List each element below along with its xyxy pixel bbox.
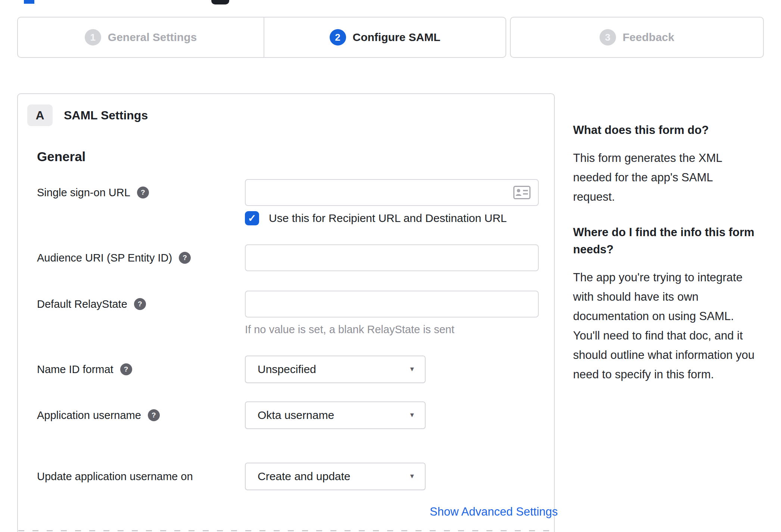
- relay-state-input[interactable]: [245, 291, 539, 317]
- help-heading-where: Where do I find the info this form needs…: [573, 224, 757, 258]
- step-2-number-badge: 2: [330, 29, 346, 46]
- show-advanced-settings-link[interactable]: Show Advanced Settings: [430, 505, 558, 518]
- audience-uri-label: Audience URI (SP Entity ID): [37, 252, 172, 264]
- chevron-down-icon: ▼: [409, 411, 415, 419]
- relay-state-control: If no value is set, a blank RelayState i…: [245, 291, 539, 336]
- help-heading-what: What does this form do?: [573, 122, 757, 139]
- relay-state-help-icon[interactable]: ?: [134, 298, 146, 310]
- advanced-settings-row: Show Advanced Settings: [264, 505, 558, 519]
- audience-uri-label-group: Audience URI (SP Entity ID) ?: [37, 244, 245, 271]
- chevron-down-icon: ▼: [409, 366, 415, 373]
- help-body-where: The app you're trying to integrate with …: [573, 268, 757, 384]
- section-dashed-divider: [18, 530, 554, 531]
- field-row-update-username-on: Update application username on Create an…: [37, 463, 554, 490]
- general-section-heading: General: [37, 149, 554, 164]
- sso-url-label-group: Single sign-on URL ?: [37, 179, 245, 206]
- application-username-help-icon[interactable]: ?: [148, 409, 160, 421]
- audience-uri-help-icon[interactable]: ?: [179, 252, 191, 264]
- cutoff-dark-element: [211, 0, 229, 4]
- recipient-url-checkbox-label: Use this for Recipient URL and Destinati…: [269, 212, 507, 225]
- field-row-sso-url: Single sign-on URL ? ✓ Use this f: [37, 179, 554, 225]
- step-2-label: Configure SAML: [353, 31, 441, 44]
- step-feedback[interactable]: 3 Feedback: [510, 17, 764, 58]
- chevron-down-icon: ▼: [409, 473, 415, 480]
- field-row-name-id-format: Name ID format ? Unspecified ▼: [37, 356, 554, 383]
- section-a-badge: A: [27, 104, 53, 126]
- sso-url-input-wrap: [245, 179, 539, 206]
- stepper-group-1-2: 1 General Settings 2 Configure SAML: [17, 17, 506, 58]
- field-row-audience-uri: Audience URI (SP Entity ID) ?: [37, 244, 554, 271]
- wizard-stepper: 1 General Settings 2 Configure SAML 3 Fe…: [17, 17, 764, 58]
- recipient-url-checkbox[interactable]: ✓: [245, 211, 259, 225]
- name-id-format-select[interactable]: Unspecified ▼: [245, 356, 426, 383]
- saml-settings-panel: A SAML Settings General Single sign-on U…: [17, 93, 555, 532]
- saml-form: Single sign-on URL ? ✓ Use this f: [18, 179, 554, 519]
- audience-uri-control: [245, 244, 539, 271]
- step-1-number-badge: 1: [85, 29, 101, 46]
- application-username-value: Okta username: [258, 409, 334, 422]
- audience-uri-input[interactable]: [245, 244, 539, 271]
- name-id-format-label: Name ID format: [37, 363, 113, 376]
- step-3-number-badge: 3: [600, 29, 616, 46]
- field-row-relay-state: Default RelayState ? If no value is set,…: [37, 291, 554, 336]
- name-id-format-value: Unspecified: [258, 363, 316, 376]
- sso-url-help-icon[interactable]: ?: [137, 187, 149, 198]
- cutoff-blue-element: [24, 0, 34, 4]
- update-username-label-group: Update application username on: [37, 463, 245, 490]
- step-configure-saml[interactable]: 2 Configure SAML: [264, 18, 505, 57]
- sso-url-label: Single sign-on URL: [37, 187, 130, 199]
- help-sidebar: What does this form do? This form genera…: [573, 122, 757, 401]
- field-row-application-username: Application username ? Okta username ▼: [37, 401, 554, 429]
- audience-uri-input-wrap: [245, 244, 539, 271]
- relay-state-helper-text: If no value is set, a blank RelayState i…: [245, 323, 539, 336]
- step-1-label: General Settings: [108, 31, 197, 44]
- contact-card-icon[interactable]: [513, 186, 530, 199]
- application-username-label-group: Application username ?: [37, 401, 245, 429]
- recipient-url-checkbox-row: ✓ Use this for Recipient URL and Destina…: [245, 211, 539, 225]
- panel-header: A SAML Settings: [18, 94, 554, 126]
- relay-state-input-wrap: [245, 291, 539, 317]
- name-id-format-label-group: Name ID format ?: [37, 356, 245, 383]
- relay-state-label: Default RelayState: [37, 298, 127, 310]
- update-username-select[interactable]: Create and update ▼: [245, 463, 426, 490]
- update-username-value: Create and update: [258, 470, 351, 483]
- help-body-what: This form generates the XML needed for t…: [573, 148, 757, 207]
- relay-state-label-group: Default RelayState ?: [37, 291, 245, 317]
- update-username-label: Update application username on: [37, 470, 193, 483]
- name-id-format-help-icon[interactable]: ?: [120, 363, 132, 375]
- panel-title: SAML Settings: [64, 109, 148, 122]
- sso-url-control: ✓ Use this for Recipient URL and Destina…: [245, 179, 539, 225]
- application-username-label: Application username: [37, 409, 141, 422]
- step-3-label: Feedback: [623, 31, 674, 44]
- step-general-settings[interactable]: 1 General Settings: [18, 18, 264, 57]
- application-username-select[interactable]: Okta username ▼: [245, 401, 426, 429]
- sso-url-input[interactable]: [245, 179, 539, 206]
